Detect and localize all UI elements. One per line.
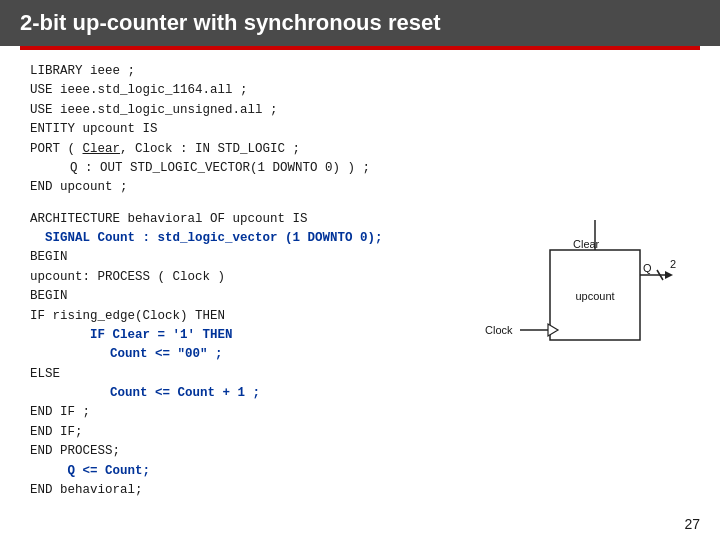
line-17-highlight: Count <= Count + 1 ; — [110, 386, 260, 400]
line-11: upcount: PROCESS ( Clock ) — [30, 268, 480, 287]
line-15: Count <= "00" ; — [110, 345, 480, 364]
title: 2-bit up-counter with synchronous reset — [20, 10, 440, 35]
code-block-top: LIBRARY ieee ; USE ieee.std_logic_1164.a… — [30, 62, 690, 198]
line-19: END IF; — [30, 423, 480, 442]
line-5-port: PORT ( — [30, 142, 83, 156]
page-number: 27 — [684, 516, 700, 532]
line-2: USE ieee.std_logic_1164.all ; — [30, 81, 690, 100]
line-21-indent — [30, 464, 68, 478]
svg-marker-5 — [665, 271, 673, 279]
line-8: ARCHITECTURE behavioral OF upcount IS — [30, 210, 480, 229]
line-6: Q : OUT STD_LOGIC_VECTOR(1 DOWNTO 0) ) ; — [30, 159, 690, 178]
diagram-area: upcount Clear Q 2 Clock — [480, 210, 690, 390]
header: 2-bit up-counter with synchronous reset — [0, 0, 720, 46]
line-20: END PROCESS; — [30, 442, 480, 461]
line-3: USE ieee.std_logic_unsigned.all ; — [30, 101, 690, 120]
line-22: END behavioral; — [30, 481, 480, 500]
line-9-signal: SIGNAL Count : std_logic_vector (1 DOWNT… — [45, 231, 383, 245]
line-15-highlight: Count <= "00" ; — [110, 347, 223, 361]
line-5-clear: Clear — [83, 142, 121, 156]
line-18: END IF ; — [30, 403, 480, 422]
line-9-indent — [30, 231, 45, 245]
code-left: ARCHITECTURE behavioral OF upcount IS SI… — [30, 210, 480, 501]
line-6-text: Q : OUT STD_LOGIC_VECTOR(1 DOWNTO 0) ) ; — [70, 161, 370, 175]
svg-text:Clock: Clock — [485, 324, 513, 336]
svg-text:2: 2 — [670, 258, 676, 270]
line-12: BEGIN — [30, 287, 480, 306]
line-13: IF rising_edge(Clock) THEN — [30, 307, 480, 326]
line-16: ELSE — [30, 365, 480, 384]
line-4: ENTITY upcount IS — [30, 120, 690, 139]
line-1: LIBRARY ieee ; — [30, 62, 690, 81]
line-10: BEGIN — [30, 248, 480, 267]
line-7: END upcount ; — [30, 178, 690, 197]
bottom-section: ARCHITECTURE behavioral OF upcount IS SI… — [30, 210, 690, 501]
svg-text:upcount: upcount — [575, 290, 614, 302]
content-area: LIBRARY ieee ; USE ieee.std_logic_1164.a… — [0, 50, 720, 510]
line-21-highlight: Q <= Count; — [68, 464, 151, 478]
line-14-highlight: IF Clear = '1' THEN — [90, 328, 233, 342]
line-9: SIGNAL Count : std_logic_vector (1 DOWNT… — [30, 229, 480, 248]
line-14: IF Clear = '1' THEN — [90, 326, 480, 345]
line-21: Q <= Count; — [30, 462, 480, 481]
line-5: PORT ( Clear, Clock : IN STD_LOGIC ; — [30, 140, 690, 159]
svg-text:Clear: Clear — [573, 238, 600, 250]
diagram-svg: upcount Clear Q 2 Clock — [480, 210, 690, 390]
line-17: Count <= Count + 1 ; — [110, 384, 480, 403]
svg-text:Q: Q — [643, 262, 652, 274]
line-5-rest: , Clock : IN STD_LOGIC ; — [120, 142, 300, 156]
